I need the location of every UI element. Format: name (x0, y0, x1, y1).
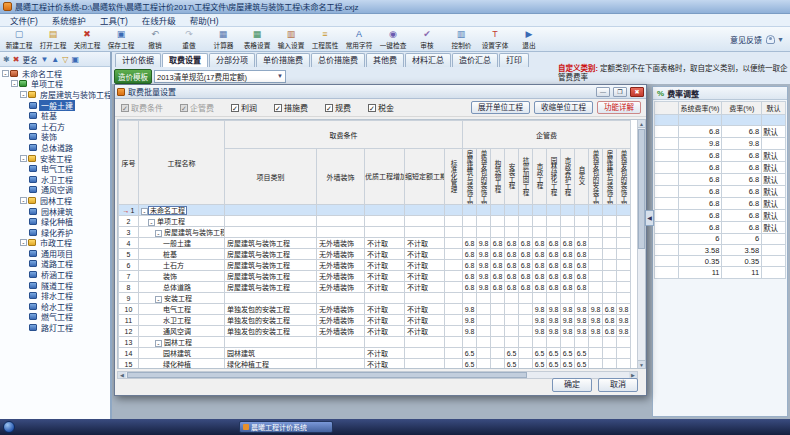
tree-item[interactable]: 装饰 (0, 132, 110, 143)
cond-cell[interactable]: 不计取 (365, 348, 405, 359)
collapse-expander-icon[interactable]: - (155, 340, 162, 347)
rate-cell[interactable] (533, 293, 547, 304)
project-name-cell[interactable]: 总体道路 (139, 282, 225, 293)
rate-row-selector[interactable] (655, 185, 679, 197)
project-name-cell[interactable]: -房屋建筑与装饰工程 (139, 227, 225, 238)
cond-cell[interactable]: 不计取 (405, 271, 445, 282)
cond-cell[interactable]: 绿化种植工程 (225, 359, 317, 370)
rate-cell[interactable]: 6.8 (533, 282, 547, 293)
rate-cell[interactable]: 6.8 (533, 260, 547, 271)
rate-cell[interactable] (519, 293, 533, 304)
collapse-expander-icon[interactable]: - (20, 155, 27, 162)
rate-cell[interactable] (603, 337, 617, 348)
rate-cell[interactable] (505, 227, 519, 238)
default-cell[interactable]: 默认 (762, 161, 786, 173)
rate-cell[interactable]: 6.8 (547, 260, 561, 271)
rate-cell[interactable] (617, 205, 631, 216)
menu-item-2[interactable]: 工具(T) (93, 14, 135, 26)
tree-item[interactable]: 路灯工程 (0, 322, 110, 333)
rename-button[interactable]: 更名 (22, 54, 37, 65)
rate-cell[interactable]: 6.8 (491, 260, 505, 271)
cond-cell[interactable] (317, 293, 365, 304)
rate-cell[interactable]: 6.8 (533, 249, 547, 260)
rate-cell[interactable] (477, 227, 491, 238)
toolbar-audit-button[interactable]: ✔审核 (410, 27, 444, 51)
rate-row-selector[interactable] (655, 233, 679, 244)
rate-cell[interactable] (589, 293, 603, 304)
rate-cell[interactable] (617, 348, 631, 359)
toolbar-calculator-button[interactable]: ▦计算器 (206, 27, 240, 51)
rate-cell[interactable]: 9.8 (533, 304, 547, 315)
cond-cell[interactable]: 房屋建筑与装饰工程 (225, 271, 317, 282)
default-cell[interactable]: 默认 (762, 209, 786, 221)
rate-cell[interactable] (575, 293, 589, 304)
rate-cell[interactable] (603, 293, 617, 304)
toolbar-input-settings-button[interactable]: ▥输入设置 (274, 27, 308, 51)
template-select[interactable]: 2013清单规范(17费用定额) ▼ (154, 70, 286, 83)
cond-cell[interactable] (405, 205, 445, 216)
cond-cell[interactable] (365, 205, 405, 216)
default-cell[interactable] (762, 244, 786, 255)
rate-cell[interactable]: 9.8 (533, 315, 547, 326)
rate-cell[interactable]: 6.8 (491, 249, 505, 260)
project-name-cell[interactable]: 通风空调 (139, 326, 225, 337)
rate-cell[interactable]: 6.8 (519, 249, 533, 260)
tab-0[interactable]: 计价依据 (115, 53, 161, 67)
rate-cell[interactable]: 9.8 (575, 326, 589, 337)
cond-cell[interactable] (317, 205, 365, 216)
tab-6[interactable]: 材料汇总 (405, 53, 451, 67)
default-cell[interactable]: 默认 (762, 126, 786, 138)
system-rate-cell[interactable]: 6.8 (678, 126, 722, 138)
project-name-cell[interactable]: 桩基 (139, 249, 225, 260)
rate-cell[interactable]: 6.5 (575, 348, 589, 359)
collapse-expander-icon[interactable]: - (148, 219, 155, 226)
rate-cell[interactable]: 6.8 (547, 271, 561, 282)
rate-cell[interactable] (617, 249, 631, 260)
tree-item[interactable]: 绿化种植 (0, 216, 110, 227)
default-cell[interactable]: 默认 (762, 185, 786, 197)
rate-cell[interactable]: 6.5 (547, 348, 561, 359)
tab-8[interactable]: 打印 (499, 53, 529, 67)
rate-cell[interactable]: 6.8 (505, 238, 519, 249)
rate-row-selector[interactable] (655, 173, 679, 185)
cond-cell[interactable]: 房屋建筑与装饰工程 (225, 249, 317, 260)
system-rate-cell[interactable]: 6.8 (678, 209, 722, 221)
rate-cell[interactable] (589, 348, 603, 359)
row-index[interactable]: 5 (119, 249, 139, 260)
rate-cell[interactable] (491, 293, 505, 304)
collapse-expander-icon[interactable]: - (141, 208, 148, 215)
rate-cell[interactable] (589, 249, 603, 260)
cond-cell[interactable] (445, 315, 463, 326)
rate-cell[interactable] (589, 216, 603, 227)
menu-item-0[interactable]: 文件(F) (3, 14, 45, 26)
rate-cell[interactable] (603, 271, 617, 282)
cond-cell[interactable] (365, 216, 405, 227)
rate-cell[interactable]: 9.8 (617, 315, 631, 326)
rate-cell[interactable] (617, 238, 631, 249)
rate-cell[interactable] (547, 205, 561, 216)
horizontal-scroll-thumb[interactable] (127, 372, 527, 378)
row-index[interactable]: 2 (119, 216, 139, 227)
rate-cell[interactable]: 6.8 (603, 315, 617, 326)
system-rate-cell[interactable]: 6.8 (678, 161, 722, 173)
rate-cell[interactable] (491, 337, 505, 348)
rate-cell[interactable]: 6.8 (463, 271, 477, 282)
cond-cell[interactable] (317, 216, 365, 227)
cond-cell[interactable] (317, 359, 365, 370)
rate-cell[interactable]: 9.8 (477, 271, 491, 282)
toolbar-project-properties-button[interactable]: ≡工程属性 (308, 27, 342, 51)
rate-cell[interactable] (519, 315, 533, 326)
cond-cell[interactable]: 不计取 (405, 326, 445, 337)
rate-cell[interactable]: 6.8 (575, 282, 589, 293)
cond-cell[interactable]: 无外墙装饰 (317, 315, 365, 326)
scroll-down-icon[interactable]: ▼ (638, 360, 645, 368)
row-index[interactable]: 3 (119, 227, 139, 238)
cond-cell[interactable] (225, 293, 317, 304)
rate-cell[interactable]: 6.8 (463, 238, 477, 249)
rate-cell[interactable]: 9.8 (547, 304, 561, 315)
row-index[interactable]: 12 (119, 326, 139, 337)
rate-cell[interactable] (617, 359, 631, 370)
checkbox-2[interactable]: ✓利润 (231, 102, 257, 113)
default-cell[interactable]: 默认 (762, 221, 786, 233)
default-cell[interactable] (762, 115, 786, 126)
